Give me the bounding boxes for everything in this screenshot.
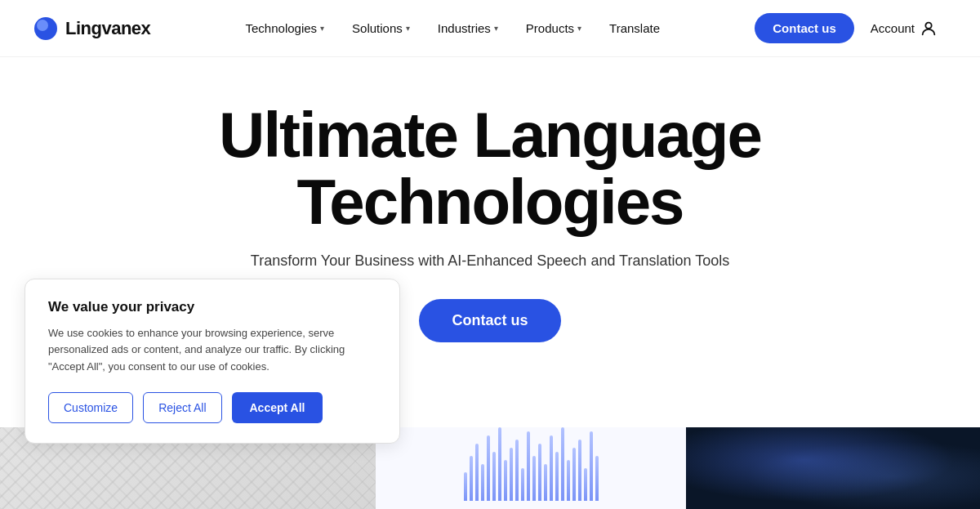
bar (555, 452, 559, 501)
chevron-down-icon: ▾ (406, 24, 410, 33)
account-menu[interactable]: Account (861, 13, 947, 44)
cookie-accept-button[interactable]: Accept All (232, 392, 323, 423)
bar (590, 431, 593, 501)
hero-subtitle: Transform Your Business with AI-Enhanced… (0, 252, 980, 270)
chevron-down-icon: ▾ (577, 24, 581, 33)
image-middle (376, 427, 686, 509)
chevron-down-icon: ▾ (320, 24, 324, 33)
bar (578, 440, 581, 501)
nav-translate[interactable]: Translate (598, 15, 671, 42)
cookie-reject-button[interactable]: Reject All (143, 392, 221, 423)
dots-background (686, 427, 980, 509)
bar (532, 456, 536, 501)
bar (544, 464, 547, 501)
bar (515, 440, 519, 501)
bar (464, 472, 467, 501)
header-right: Contact us Account (755, 13, 947, 44)
cookie-body: We use cookies to enhance your browsing … (48, 325, 376, 376)
bar (527, 431, 530, 501)
bar (521, 468, 524, 501)
bar (498, 427, 501, 501)
cookie-banner: We value your privacy We use cookies to … (24, 279, 400, 444)
hero-title: Ultimate Language Technologies (0, 102, 980, 236)
bar (481, 464, 484, 501)
chevron-down-icon: ▾ (494, 24, 498, 33)
logo-text: Lingvanex (65, 18, 150, 39)
bar (595, 456, 599, 501)
bar (567, 460, 570, 501)
nav-industries[interactable]: Industries ▾ (426, 15, 510, 42)
bar (538, 444, 541, 501)
bar (487, 435, 490, 501)
bar (504, 460, 507, 501)
image-right (686, 427, 980, 509)
cookie-title: We value your privacy (48, 299, 376, 315)
bar (572, 448, 576, 501)
header-contact-button[interactable]: Contact us (755, 13, 854, 43)
bar (561, 427, 564, 501)
main-nav: Technologies ▾ Solutions ▾ Industries ▾ … (234, 15, 672, 42)
logo[interactable]: Lingvanex (33, 16, 150, 42)
bar (550, 435, 553, 501)
bar (584, 468, 587, 501)
bars-visualization (376, 427, 686, 509)
bar (492, 452, 496, 501)
nav-products[interactable]: Products ▾ (514, 15, 593, 42)
header: Lingvanex Technologies ▾ Solutions ▾ Ind… (0, 0, 980, 57)
account-icon (920, 20, 938, 38)
logo-icon (33, 16, 59, 42)
nav-technologies[interactable]: Technologies ▾ (234, 15, 336, 42)
bar (470, 456, 473, 501)
cookie-customize-button[interactable]: Customize (48, 392, 133, 423)
cookie-buttons: Customize Reject All Accept All (48, 392, 376, 423)
nav-solutions[interactable]: Solutions ▾ (341, 15, 421, 42)
bar (475, 444, 479, 501)
bar (510, 448, 513, 501)
svg-point-2 (925, 22, 931, 28)
hero-contact-button[interactable]: Contact us (419, 299, 560, 342)
svg-point-1 (37, 20, 48, 31)
